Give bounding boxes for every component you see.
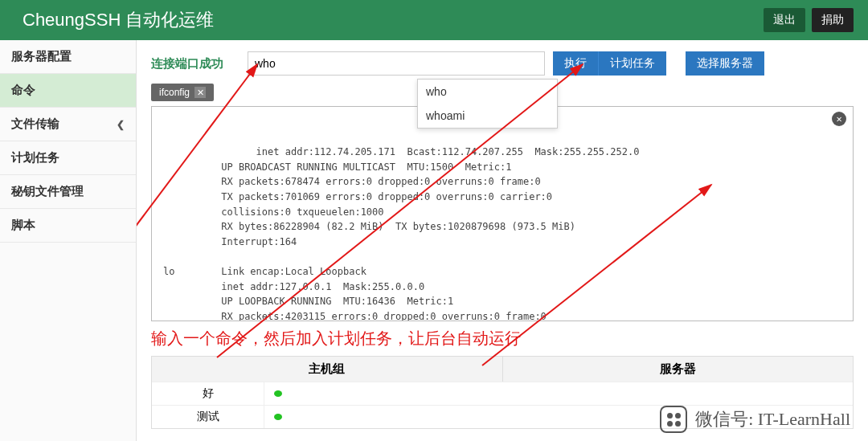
app-title: CheungSSH 自动化运维: [23, 8, 214, 32]
watermark: 微信号: IT-LearnHall: [660, 406, 850, 433]
annotation-text: 输入一个命令，然后加入计划任务，让后台自动运行: [151, 328, 854, 349]
sidebar-item-script[interactable]: 脚本: [0, 209, 136, 243]
donate-button[interactable]: 捐助: [812, 8, 854, 32]
sidebar: 服务器配置 命令 文件传输❮ 计划任务 秘钥文件管理 脚本: [0, 40, 137, 441]
wechat-icon: [660, 406, 687, 433]
hostgroup-name: 好: [152, 382, 264, 405]
header-bar: CheungSSH 自动化运维 退出 捐助: [0, 0, 868, 40]
col-hostgroup: 主机组: [152, 357, 503, 382]
dropdown-option[interactable]: whoami: [418, 104, 557, 128]
watermark-text: 微信号: IT-LearnHall: [695, 407, 850, 431]
status-dot-icon: [274, 414, 282, 420]
chip-close-icon[interactable]: ✕: [194, 87, 206, 98]
command-input[interactable]: [248, 51, 545, 76]
command-chip: ifconfig ✕: [151, 84, 214, 101]
sidebar-item-command[interactable]: 命令: [0, 74, 136, 108]
col-server: 服务器: [503, 357, 854, 382]
sidebar-item-schedule[interactable]: 计划任务: [0, 141, 136, 175]
dropdown-option[interactable]: who: [418, 80, 557, 104]
hosts-row[interactable]: 好: [152, 382, 853, 405]
action-button-group: 执行 计划任务: [553, 51, 666, 76]
sidebar-item-key-files[interactable]: 秘钥文件管理: [0, 175, 136, 209]
terminal-text: inet addr:112.74.205.171 Bcast:112.74.20…: [163, 146, 639, 321]
close-terminal-icon[interactable]: ✕: [832, 112, 846, 126]
hostgroup-name: 测试: [152, 406, 264, 428]
logout-button[interactable]: 退出: [764, 8, 805, 32]
header-buttons: 退出 捐助: [764, 8, 854, 32]
main-panel: 连接端口成功 执行 计划任务 选择服务器 ifconfig ✕ who whoa…: [137, 40, 868, 441]
status-dot-icon: [274, 390, 282, 397]
connection-status: 连接端口成功: [151, 56, 223, 71]
choose-server-button[interactable]: 选择服务器: [686, 51, 764, 76]
chevron-left-icon: ❮: [117, 119, 125, 130]
hosts-table-header: 主机组 服务器: [152, 357, 853, 382]
schedule-button[interactable]: 计划任务: [598, 51, 666, 76]
execute-button[interactable]: 执行: [553, 51, 598, 76]
sidebar-item-server-config[interactable]: 服务器配置: [0, 40, 136, 74]
chip-label: ifconfig: [159, 87, 190, 98]
terminal-output: ✕ inet addr:112.74.205.171 Bcast:112.74.…: [151, 106, 854, 321]
sidebar-item-file-transfer[interactable]: 文件传输❮: [0, 108, 136, 141]
topbar: 连接端口成功 执行 计划任务 选择服务器: [151, 51, 854, 76]
autocomplete-dropdown: who whoami: [417, 79, 558, 129]
